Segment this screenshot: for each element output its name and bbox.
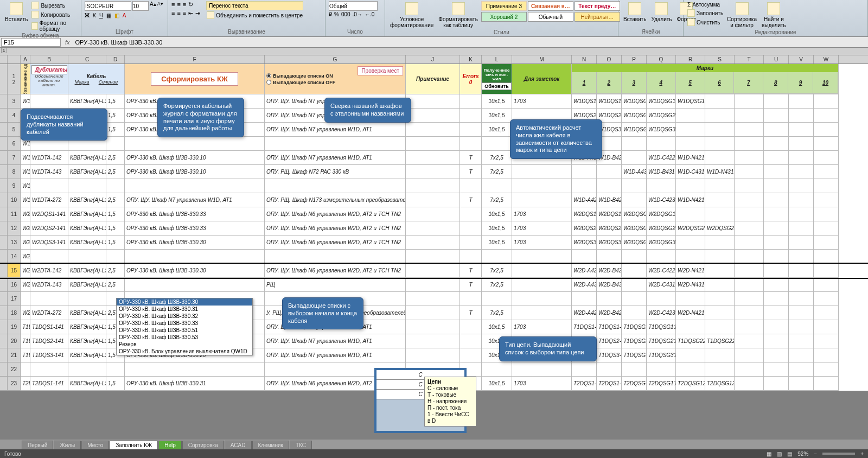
cell[interactable] — [735, 165, 764, 179]
cell[interactable] — [572, 292, 597, 306]
cell[interactable] — [676, 362, 705, 377]
cell[interactable]: ОРУ-330 кВ. Шкаф ШЗВ-330.31 — [125, 377, 265, 391]
fx-icon[interactable]: fx — [62, 39, 73, 46]
cell[interactable]: T1DQSG31-73 — [622, 348, 647, 362]
cell[interactable] — [814, 151, 839, 165]
cell[interactable]: W2D-N421 — [676, 264, 705, 278]
cell[interactable]: W2DQSG31-75 — [647, 236, 676, 250]
cell[interactable]: 10x1,5 — [482, 221, 512, 236]
cell[interactable] — [789, 123, 814, 137]
sheet-tab[interactable]: Сортировка — [182, 441, 224, 449]
cell[interactable] — [789, 193, 814, 207]
sheet-tab[interactable]: Жилы — [54, 441, 81, 449]
cell[interactable] — [406, 320, 460, 334]
cell[interactable]: W2D — [21, 207, 30, 221]
cell[interactable] — [676, 292, 705, 306]
sheet-tab[interactable]: ТКС — [290, 441, 312, 449]
cell[interactable]: КВВГЭнг(A)-LS — [68, 348, 106, 362]
align-right-icon[interactable]: ≡ — [183, 10, 186, 17]
cell[interactable]: W2D-C423 — [647, 306, 676, 320]
col-W[interactable]: W — [814, 55, 839, 63]
cell[interactable] — [764, 109, 789, 123]
cell[interactable]: T1DQSG11-75 — [647, 320, 676, 334]
cell[interactable]: W2DQS2-75 — [597, 221, 622, 236]
cell[interactable] — [572, 165, 597, 179]
cell[interactable] — [406, 278, 460, 292]
cell[interactable] — [789, 334, 814, 348]
cell[interactable] — [460, 94, 482, 109]
cell[interactable] — [622, 264, 647, 278]
sheet-tab[interactable]: Первый — [22, 441, 53, 449]
cell[interactable]: W1D-C423 — [647, 193, 676, 207]
cell[interactable] — [21, 362, 30, 377]
cell[interactable]: W2D — [21, 236, 30, 250]
cell[interactable]: W2D — [21, 306, 30, 320]
view-pagebreak-icon[interactable]: ▤ — [787, 451, 792, 457]
cell[interactable] — [705, 348, 735, 362]
cell[interactable] — [512, 165, 572, 179]
cell[interactable]: W2DQSG31-73 — [622, 236, 647, 250]
sort-filter-button[interactable]: Сортировка и фильтр — [725, 1, 758, 29]
cell[interactable]: T1DQSG21-75 — [647, 334, 676, 348]
cell[interactable] — [676, 236, 705, 250]
dropdown-item[interactable]: Резерв — [117, 341, 252, 348]
cell[interactable]: W1DQSG11-75 — [647, 94, 676, 109]
cell[interactable] — [814, 207, 839, 221]
cell[interactable]: W2D-C422 — [647, 264, 676, 278]
dropdown-item[interactable]: ОРУ-330 кВ. Шкаф ШЗВ-330.30 — [117, 298, 252, 306]
copy-button[interactable]: Копировать — [31, 10, 78, 19]
cell[interactable]: 1,5 — [106, 207, 125, 221]
cell[interactable] — [68, 292, 106, 306]
cell[interactable] — [622, 306, 647, 320]
cell[interactable] — [814, 264, 839, 278]
cell[interactable] — [676, 179, 705, 193]
cell[interactable]: W2D-A422 — [572, 264, 597, 278]
cell[interactable] — [814, 236, 839, 250]
cell[interactable] — [512, 306, 572, 320]
cell[interactable]: 10x1,5 — [482, 109, 512, 123]
col-O[interactable]: O — [597, 55, 622, 63]
cell[interactable]: W1D — [21, 179, 30, 193]
cell[interactable]: W2D-C431 — [647, 278, 676, 292]
cell[interactable]: T1DQS1-75 — [597, 320, 622, 334]
cell[interactable] — [705, 306, 735, 320]
cell[interactable] — [512, 264, 572, 278]
cell[interactable] — [705, 264, 735, 278]
cell[interactable] — [265, 137, 406, 151]
cell[interactable] — [814, 250, 839, 264]
cell[interactable] — [21, 292, 30, 306]
cell[interactable]: W1DTA-272 — [30, 193, 68, 207]
cell[interactable] — [125, 137, 265, 151]
cell[interactable]: ОПУ. ЩУ. Шкаф N7 управления W1D, АТ1 — [125, 193, 265, 207]
orientation-icon[interactable]: ↻ — [188, 1, 193, 8]
cell[interactable] — [814, 193, 839, 207]
cell[interactable]: Т — [460, 306, 482, 320]
cell[interactable] — [789, 179, 814, 193]
cell[interactable] — [406, 207, 460, 221]
cell[interactable]: ОПУ. ЩУ. Шкаф N7 управления W1D, АТ1 — [265, 348, 406, 362]
autosum-button[interactable]: ΣАвтосумма — [687, 1, 724, 8]
cell[interactable]: 7x2,5 — [482, 278, 512, 292]
cell[interactable] — [68, 179, 106, 193]
cell[interactable]: T1DQS2-75 — [597, 334, 622, 348]
cell[interactable]: T1DQS1-73 — [572, 320, 597, 334]
cell[interactable]: ОПУ. ЩУ. Шкаф N6 управления W2D, АТ2 и Т… — [265, 221, 406, 236]
col-M[interactable]: M — [512, 55, 572, 63]
cell[interactable] — [622, 250, 647, 264]
cell[interactable] — [814, 278, 839, 292]
currency-icon[interactable]: ₽ — [329, 11, 332, 17]
cell[interactable]: W1D-N421 — [676, 151, 705, 165]
cell[interactable] — [460, 348, 482, 362]
cell[interactable] — [406, 109, 460, 123]
cell[interactable] — [705, 362, 735, 377]
cell[interactable]: 10x1,5 — [482, 236, 512, 250]
cell[interactable]: 1703 — [512, 221, 572, 236]
cell[interactable] — [676, 109, 705, 123]
cell[interactable] — [705, 250, 735, 264]
cell[interactable] — [597, 179, 622, 193]
cell[interactable]: T1DQSG22-73 — [676, 334, 705, 348]
cell[interactable] — [735, 278, 764, 292]
delete-cells-button[interactable]: Удалить — [649, 1, 673, 23]
cell[interactable]: W1D — [21, 193, 30, 207]
cell[interactable]: W2D-A431 — [572, 278, 597, 292]
